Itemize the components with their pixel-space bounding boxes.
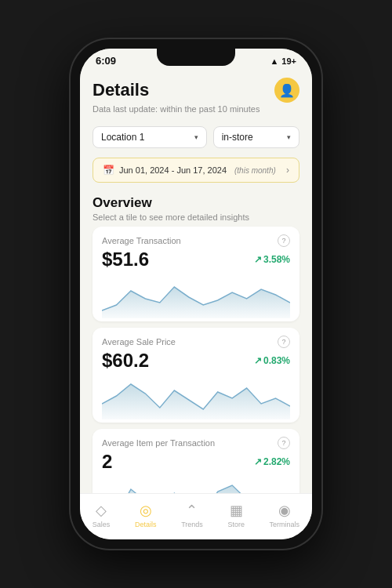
card-header: Average Sale Price ? <box>102 336 290 348</box>
metric-value: $51.6 <box>102 249 149 270</box>
filters-row: Location 1 ▾ in-store ▾ <box>80 120 312 154</box>
metric-card-avg-sale-price[interactable]: Average Sale Price ? $60.2 ↗ 0.83% <box>93 328 299 423</box>
sales-icon: ◇ <box>96 502 107 519</box>
change-value: 3.58% <box>263 254 290 265</box>
battery-icon: 19+ <box>281 56 296 66</box>
overview-section: Overview Select a tile to see more detai… <box>80 186 312 227</box>
info-icon[interactable]: ? <box>278 437 290 449</box>
trend-up-icon: ↗ <box>254 254 262 265</box>
avatar-button[interactable]: 👤 <box>274 78 299 103</box>
trend-up-icon: ↗ <box>254 456 262 467</box>
card-header: Average Transaction ? <box>102 234 290 247</box>
date-bar[interactable]: 📅 Jun 01, 2024 - Jun 17, 2024 (this mont… <box>93 158 299 183</box>
trend-up-icon: ↗ <box>254 355 262 366</box>
details-icon: ◎ <box>140 502 152 519</box>
notch <box>157 49 235 66</box>
status-time: 6:09 <box>96 55 116 67</box>
card-header: Average Item per Transaction ? <box>102 437 290 449</box>
terminals-icon: ◉ <box>278 502 291 519</box>
sparkline-chart <box>102 275 290 318</box>
status-icons: ▲ 19+ <box>270 56 296 66</box>
nav-item-sales[interactable]: ◇ Sales <box>86 500 117 530</box>
card-value-row: $51.6 ↗ 3.58% <box>102 249 290 270</box>
sparkline-chart <box>102 477 290 493</box>
nav-label-sales: Sales <box>93 521 111 528</box>
main-content: Details 👤 Data last update: within the p… <box>80 70 312 493</box>
type-label: in-store <box>222 132 253 143</box>
date-range-text: Jun 01, 2024 - Jun 17, 2024 <box>119 165 227 175</box>
metrics-list: Average Transaction ? $51.6 ↗ 3.58% <box>80 227 312 493</box>
page-title: Details <box>93 80 149 100</box>
type-dropdown[interactable]: in-store ▾ <box>213 126 299 148</box>
metric-card-avg-item-per-transaction[interactable]: Average Item per Transaction ? 2 ↗ 2.82% <box>93 429 299 493</box>
phone-screen: 6:09 ▲ 19+ Details 👤 Data last update: w… <box>80 49 312 539</box>
info-icon[interactable]: ? <box>278 336 290 348</box>
nav-label-details: Details <box>135 521 157 528</box>
card-label: Average Sale Price <box>102 337 176 347</box>
date-range-left: 📅 Jun 01, 2024 - Jun 17, 2024 (this mont… <box>103 165 276 176</box>
nav-label-terminals: Terminals <box>270 521 300 528</box>
change-value: 2.82% <box>263 456 290 467</box>
card-value-row: 2 ↗ 2.82% <box>102 451 290 473</box>
bottom-nav: ◇ Sales ◎ Details ⌃ Trends ▦ Store ◉ Ter… <box>80 493 312 539</box>
page-header: Details 👤 Data last update: within the p… <box>80 70 312 120</box>
update-text: Data last update: within the past 10 min… <box>93 104 299 114</box>
metric-card-avg-transaction[interactable]: Average Transaction ? $51.6 ↗ 3.58% <box>93 227 299 321</box>
metric-change: ↗ 0.83% <box>254 355 290 366</box>
date-tag: (this month) <box>234 166 276 175</box>
store-icon: ▦ <box>230 502 243 519</box>
nav-item-details[interactable]: ◎ Details <box>129 500 163 530</box>
nav-label-store: Store <box>227 521 245 528</box>
change-value: 0.83% <box>263 355 290 366</box>
chevron-down-icon: ▾ <box>287 133 291 141</box>
trends-icon: ⌃ <box>186 502 198 519</box>
metric-value: 2 <box>102 451 112 473</box>
nav-item-trends[interactable]: ⌃ Trends <box>175 500 209 530</box>
nav-item-store[interactable]: ▦ Store <box>221 500 251 530</box>
location-label: Location 1 <box>101 132 144 143</box>
sparkline-chart <box>102 376 290 419</box>
card-label: Average Item per Transaction <box>102 438 215 448</box>
nav-label-trends: Trends <box>181 521 203 528</box>
user-icon: 👤 <box>279 83 295 98</box>
metric-change: ↗ 2.82% <box>254 456 290 467</box>
wifi-icon: ▲ <box>270 56 278 66</box>
metric-value: $60.2 <box>102 350 149 372</box>
metric-change: ↗ 3.58% <box>254 254 290 265</box>
chevron-down-icon: ▾ <box>194 133 198 141</box>
nav-item-terminals[interactable]: ◉ Terminals <box>263 500 307 530</box>
card-value-row: $60.2 ↗ 0.83% <box>102 350 290 372</box>
location-dropdown[interactable]: Location 1 ▾ <box>93 126 207 148</box>
section-subtitle: Select a tile to see more detailed insig… <box>93 212 299 222</box>
header-top: Details 👤 <box>93 78 299 103</box>
section-title: Overview <box>93 195 299 211</box>
chevron-right-icon: › <box>286 165 289 176</box>
phone-frame: 6:09 ▲ 19+ Details 👤 Data last update: w… <box>71 39 321 549</box>
info-icon[interactable]: ? <box>278 234 290 247</box>
calendar-icon: 📅 <box>103 165 114 176</box>
card-label: Average Transaction <box>102 236 181 245</box>
